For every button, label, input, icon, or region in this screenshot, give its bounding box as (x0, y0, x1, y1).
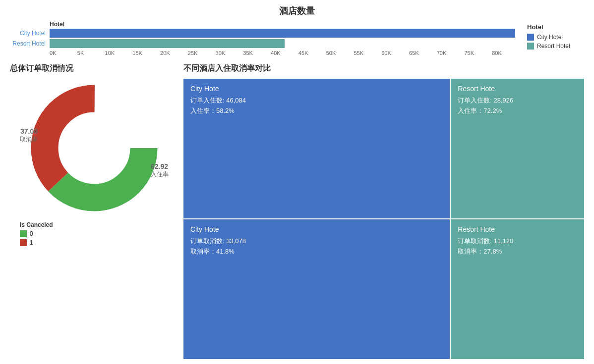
page: 酒店数量 Hotel City Hotel Resort Hotel 0K5K1… (0, 0, 594, 364)
cell-stat-line2: 取消率：27.8% (458, 247, 577, 257)
cell-hotel-name: Resort Hote (458, 85, 577, 93)
bar-axis-label: Hotel (10, 21, 520, 28)
x-tick: 50K (326, 50, 354, 56)
cell-hotel-name: City Hote (190, 225, 443, 233)
treemap-cell-resort-top: Resort Hote 订单入住数: 28,926 入住率：72.2% (451, 79, 584, 218)
cell-stat-line1: 订单取消数: 33,078 (190, 236, 443, 247)
donut-section: 总体订单取消情况 37.08 取消率 (10, 63, 178, 359)
treemap-container: City Hote 订单入住数: 46,084 入住率：58.2% Resort… (183, 79, 584, 359)
legend-title: Hotel (527, 23, 584, 31)
cell-stat-line2: 取消率：41.8% (190, 247, 443, 257)
treemap-cell-city-bottom: City Hote 订单取消数: 33,078 取消率：41.8% (183, 219, 450, 359)
bar-chart-main: Hotel City Hotel Resort Hotel 0K5K10K15K… (10, 21, 520, 56)
bar-container (50, 39, 520, 48)
x-axis: 0K5K10K15K20K25K30K35K40K45K50K55K60K65K… (10, 50, 520, 56)
x-tick: 25K (188, 50, 216, 56)
cell-stat-line1: 订单入住数: 46,084 (190, 96, 443, 106)
donut-legend-label: 0 (30, 230, 33, 237)
donut-cancel-label: 37.08 取消率 (20, 127, 38, 144)
x-tick: 70K (437, 50, 465, 56)
cell-stat-line2: 入住率：58.2% (190, 106, 443, 116)
bottom-section: 总体订单取消情况 37.08 取消率 (10, 63, 584, 359)
treemap-cell-resort-bottom: Resort Hote 订单取消数: 11,120 取消率：27.8% (451, 219, 584, 359)
x-tick: 10K (105, 50, 133, 56)
x-tick: 20K (160, 50, 188, 56)
legend-item: City Hotel (527, 34, 584, 41)
bar-fill (50, 29, 515, 38)
bar-container (50, 29, 520, 38)
donut-legend-title: Is Canceled (20, 221, 178, 228)
legend-label: City Hotel (537, 34, 563, 41)
cell-stat-line2: 入住率：72.2% (458, 106, 577, 116)
cell-hotel-name: City Hote (190, 85, 443, 93)
donut-container: 37.08 取消率 62.92 入住率 (25, 79, 164, 217)
x-tick: 75K (464, 50, 492, 56)
bar-chart-section: 酒店数量 Hotel City Hotel Resort Hotel 0K5K1… (10, 5, 584, 56)
bar-fill (50, 39, 285, 48)
x-tick: 80K (492, 50, 520, 56)
donut-legend-swatch (20, 230, 27, 237)
bar-row: City Hotel (10, 29, 520, 38)
donut-legend-item: 1 (20, 239, 178, 246)
legend-item: Resort Hotel (527, 43, 584, 50)
x-tick: 65K (409, 50, 437, 56)
treemap-title: 不同酒店入住取消率对比 (183, 63, 584, 74)
bar-row-label: City Hotel (10, 30, 50, 37)
x-tick: 15K (132, 50, 160, 56)
bar-chart-area: Hotel City Hotel Resort Hotel 0K5K10K15K… (10, 21, 584, 56)
donut-hole (62, 116, 126, 180)
cell-hotel-name: Resort Hote (458, 225, 577, 233)
bar-rows: City Hotel Resort Hotel (10, 29, 520, 48)
x-tick: 60K (381, 50, 409, 56)
legend-color-swatch (527, 43, 534, 50)
treemap-section: 不同酒店入住取消率对比 City Hote 订单入住数: 46,084 入住率：… (183, 63, 584, 359)
x-tick: 35K (243, 50, 271, 56)
bar-row: Resort Hotel (10, 39, 520, 48)
x-tick: 5K (77, 50, 105, 56)
donut-stay-label: 62.92 入住率 (151, 162, 169, 179)
donut-legend-item: 0 (20, 230, 178, 237)
legend-color-swatch (527, 34, 534, 41)
donut-legend-swatch (20, 239, 27, 246)
donut-title: 总体订单取消情况 (10, 63, 178, 74)
treemap-cell-city-top: City Hote 订单入住数: 46,084 入住率：58.2% (183, 79, 450, 218)
bar-chart-legend: Hotel City Hotel Resort Hotel (520, 21, 584, 52)
x-tick: 0K (50, 50, 77, 56)
x-tick: 40K (271, 50, 298, 56)
legend-label: Resort Hotel (537, 43, 570, 50)
x-tick: 45K (298, 50, 326, 56)
donut-legend-label: 1 (30, 239, 33, 246)
bar-chart-title: 酒店数量 (10, 5, 584, 17)
donut-svg (25, 79, 164, 217)
cell-stat-line1: 订单取消数: 11,120 (458, 236, 577, 247)
x-tick: 55K (354, 50, 381, 56)
donut-legend: Is Canceled 0 1 (10, 221, 178, 248)
cell-stat-line1: 订单入住数: 28,926 (458, 96, 577, 106)
bar-row-label: Resort Hotel (10, 40, 50, 47)
x-tick: 30K (216, 50, 243, 56)
